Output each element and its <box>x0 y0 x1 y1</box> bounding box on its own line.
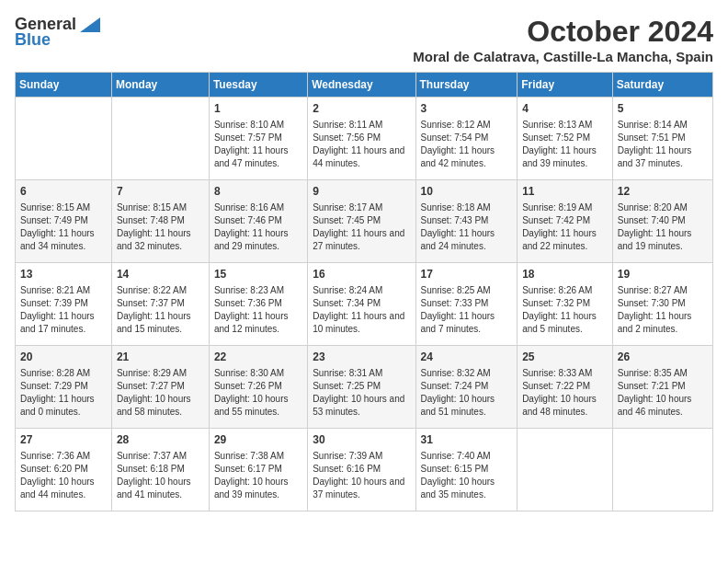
week-row-2: 6Sunrise: 8:15 AM Sunset: 7:49 PM Daylig… <box>16 180 713 263</box>
day-cell: 4Sunrise: 8:13 AM Sunset: 7:52 PM Daylig… <box>518 98 613 180</box>
day-number: 19 <box>618 267 708 282</box>
day-info: Sunrise: 8:18 AM Sunset: 7:43 PM Dayligh… <box>421 201 513 253</box>
day-cell: 2Sunrise: 8:11 AM Sunset: 7:56 PM Daylig… <box>308 98 415 180</box>
day-number: 9 <box>313 184 410 200</box>
day-number: 29 <box>214 432 302 448</box>
day-cell: 24Sunrise: 8:32 AM Sunset: 7:24 PM Dayli… <box>415 346 518 429</box>
day-cell: 15Sunrise: 8:23 AM Sunset: 7:36 PM Dayli… <box>209 263 307 346</box>
day-number: 23 <box>313 350 410 365</box>
day-info: Sunrise: 7:39 AM Sunset: 6:16 PM Dayligh… <box>313 450 410 501</box>
day-number: 24 <box>421 350 513 365</box>
day-info: Sunrise: 8:32 AM Sunset: 7:24 PM Dayligh… <box>421 367 513 419</box>
day-info: Sunrise: 7:40 AM Sunset: 6:15 PM Dayligh… <box>421 450 513 501</box>
day-cell: 27Sunrise: 7:36 AM Sunset: 6:20 PM Dayli… <box>16 429 112 511</box>
day-cell: 1Sunrise: 8:10 AM Sunset: 7:57 PM Daylig… <box>209 98 307 180</box>
day-info: Sunrise: 8:26 AM Sunset: 7:32 PM Dayligh… <box>522 284 608 336</box>
day-info: Sunrise: 8:19 AM Sunset: 7:42 PM Dayligh… <box>522 201 608 253</box>
title-section: October 2024 Moral de Calatrava, Castill… <box>413 15 713 64</box>
week-row-4: 20Sunrise: 8:28 AM Sunset: 7:29 PM Dayli… <box>16 346 713 429</box>
day-cell: 28Sunrise: 7:37 AM Sunset: 6:18 PM Dayli… <box>111 429 209 511</box>
day-cell: 13Sunrise: 8:21 AM Sunset: 7:39 PM Dayli… <box>16 263 112 346</box>
day-number: 21 <box>117 350 204 365</box>
logo-blue-text: Blue <box>15 30 51 50</box>
day-info: Sunrise: 8:29 AM Sunset: 7:27 PM Dayligh… <box>117 367 204 419</box>
day-cell: 26Sunrise: 8:35 AM Sunset: 7:21 PM Dayli… <box>612 346 712 429</box>
day-number: 27 <box>20 432 107 448</box>
day-info: Sunrise: 8:25 AM Sunset: 7:33 PM Dayligh… <box>421 284 513 336</box>
col-header-thursday: Thursday <box>415 73 518 98</box>
day-cell: 31Sunrise: 7:40 AM Sunset: 6:15 PM Dayli… <box>415 429 518 511</box>
day-number: 17 <box>421 267 513 282</box>
day-number: 8 <box>214 184 302 200</box>
day-info: Sunrise: 7:37 AM Sunset: 6:18 PM Dayligh… <box>117 450 204 501</box>
day-cell: 3Sunrise: 8:12 AM Sunset: 7:54 PM Daylig… <box>415 98 518 180</box>
day-cell: 6Sunrise: 8:15 AM Sunset: 7:49 PM Daylig… <box>16 180 112 263</box>
week-row-1: 1Sunrise: 8:10 AM Sunset: 7:57 PM Daylig… <box>16 98 713 180</box>
day-cell <box>518 429 613 511</box>
day-info: Sunrise: 8:20 AM Sunset: 7:40 PM Dayligh… <box>618 201 708 253</box>
location-title: Moral de Calatrava, Castille-La Mancha, … <box>413 49 713 64</box>
day-number: 4 <box>522 101 608 117</box>
day-info: Sunrise: 8:35 AM Sunset: 7:21 PM Dayligh… <box>618 367 708 419</box>
day-number: 15 <box>214 267 302 282</box>
day-cell: 18Sunrise: 8:26 AM Sunset: 7:32 PM Dayli… <box>518 263 613 346</box>
day-info: Sunrise: 8:13 AM Sunset: 7:52 PM Dayligh… <box>522 119 608 170</box>
week-row-5: 27Sunrise: 7:36 AM Sunset: 6:20 PM Dayli… <box>16 429 713 511</box>
day-number: 16 <box>313 267 410 282</box>
day-cell: 21Sunrise: 8:29 AM Sunset: 7:27 PM Dayli… <box>111 346 209 429</box>
day-cell: 8Sunrise: 8:16 AM Sunset: 7:46 PM Daylig… <box>209 180 307 263</box>
day-number: 31 <box>421 432 513 448</box>
col-header-sunday: Sunday <box>16 73 112 98</box>
day-number: 10 <box>421 184 513 200</box>
day-cell: 29Sunrise: 7:38 AM Sunset: 6:17 PM Dayli… <box>209 429 307 511</box>
day-info: Sunrise: 8:10 AM Sunset: 7:57 PM Dayligh… <box>214 119 302 170</box>
day-cell: 30Sunrise: 7:39 AM Sunset: 6:16 PM Dayli… <box>308 429 415 511</box>
col-header-wednesday: Wednesday <box>308 73 415 98</box>
day-number: 11 <box>522 184 608 200</box>
day-info: Sunrise: 8:11 AM Sunset: 7:56 PM Dayligh… <box>313 119 410 170</box>
day-cell: 22Sunrise: 8:30 AM Sunset: 7:26 PM Dayli… <box>209 346 307 429</box>
day-number: 30 <box>313 432 410 448</box>
day-number: 12 <box>618 184 708 200</box>
day-number: 14 <box>117 267 204 282</box>
day-info: Sunrise: 8:21 AM Sunset: 7:39 PM Dayligh… <box>20 284 107 336</box>
day-number: 5 <box>618 101 708 117</box>
day-info: Sunrise: 8:14 AM Sunset: 7:51 PM Dayligh… <box>618 119 708 170</box>
day-number: 20 <box>20 350 107 365</box>
header-row: SundayMondayTuesdayWednesdayThursdayFrid… <box>16 73 713 98</box>
day-cell: 17Sunrise: 8:25 AM Sunset: 7:33 PM Dayli… <box>415 263 518 346</box>
col-header-monday: Monday <box>111 73 209 98</box>
day-cell: 11Sunrise: 8:19 AM Sunset: 7:42 PM Dayli… <box>518 180 613 263</box>
day-info: Sunrise: 7:38 AM Sunset: 6:17 PM Dayligh… <box>214 450 302 501</box>
col-header-tuesday: Tuesday <box>209 73 307 98</box>
day-info: Sunrise: 8:17 AM Sunset: 7:45 PM Dayligh… <box>313 201 410 253</box>
day-cell: 23Sunrise: 8:31 AM Sunset: 7:25 PM Dayli… <box>308 346 415 429</box>
day-number: 22 <box>214 350 302 365</box>
logo: General Blue <box>15 15 100 50</box>
day-info: Sunrise: 8:27 AM Sunset: 7:30 PM Dayligh… <box>618 284 708 336</box>
logo-icon <box>80 17 100 32</box>
day-number: 28 <box>117 432 204 448</box>
day-cell: 10Sunrise: 8:18 AM Sunset: 7:43 PM Dayli… <box>415 180 518 263</box>
day-number: 13 <box>20 267 107 282</box>
day-number: 26 <box>618 350 708 365</box>
day-cell: 20Sunrise: 8:28 AM Sunset: 7:29 PM Dayli… <box>16 346 112 429</box>
week-row-3: 13Sunrise: 8:21 AM Sunset: 7:39 PM Dayli… <box>16 263 713 346</box>
day-cell: 5Sunrise: 8:14 AM Sunset: 7:51 PM Daylig… <box>612 98 712 180</box>
day-cell: 14Sunrise: 8:22 AM Sunset: 7:37 PM Dayli… <box>111 263 209 346</box>
day-cell: 9Sunrise: 8:17 AM Sunset: 7:45 PM Daylig… <box>308 180 415 263</box>
day-cell: 19Sunrise: 8:27 AM Sunset: 7:30 PM Dayli… <box>612 263 712 346</box>
day-info: Sunrise: 8:23 AM Sunset: 7:36 PM Dayligh… <box>214 284 302 336</box>
day-info: Sunrise: 8:22 AM Sunset: 7:37 PM Dayligh… <box>117 284 204 336</box>
day-info: Sunrise: 8:12 AM Sunset: 7:54 PM Dayligh… <box>421 119 513 170</box>
day-number: 7 <box>117 184 204 200</box>
day-cell <box>16 98 112 180</box>
day-cell <box>612 429 712 511</box>
day-cell <box>111 98 209 180</box>
day-info: Sunrise: 8:30 AM Sunset: 7:26 PM Dayligh… <box>214 367 302 419</box>
day-info: Sunrise: 8:33 AM Sunset: 7:22 PM Dayligh… <box>522 367 608 419</box>
day-info: Sunrise: 8:24 AM Sunset: 7:34 PM Dayligh… <box>313 284 410 336</box>
col-header-saturday: Saturday <box>612 73 712 98</box>
day-number: 18 <box>522 267 608 282</box>
day-cell: 25Sunrise: 8:33 AM Sunset: 7:22 PM Dayli… <box>518 346 613 429</box>
